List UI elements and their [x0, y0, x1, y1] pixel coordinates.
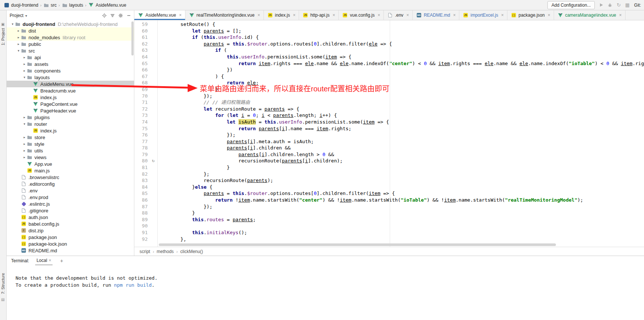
- code-line[interactable]: 61 if (this.userInfo.id) {: [134, 34, 644, 41]
- locate-icon[interactable]: [102, 13, 107, 18]
- line-number[interactable]: 70: [134, 93, 149, 100]
- line-number[interactable]: 61: [134, 34, 149, 41]
- editor-tab[interactable]: { }package.json×: [507, 10, 554, 20]
- code-line[interactable]: 72 let recursionRoute = parents => {: [134, 106, 644, 112]
- horizontal-scrollbar[interactable]: [159, 243, 556, 246]
- chevron-right-icon[interactable]: ▸: [22, 115, 27, 119]
- code-line[interactable]: 79 parents[i].children.length > 0 &&: [134, 151, 644, 158]
- tree-item[interactable]: ▾duoji-frontendD:\zheheWeb\duoji-fronten…: [7, 21, 134, 27]
- chevron-down-icon[interactable]: ▾: [22, 75, 27, 79]
- tree-item[interactable]: .env.prod: [7, 194, 134, 201]
- editor-tab[interactable]: JSimportExcel.js×: [459, 10, 507, 20]
- code-line[interactable]: 71 // // 递归权限路由: [134, 99, 644, 106]
- chevron-right-icon[interactable]: ▸: [22, 149, 27, 152]
- close-icon[interactable]: ×: [179, 13, 182, 18]
- line-number[interactable]: 86: [134, 197, 149, 203]
- structure-toolwindow-icon[interactable]: ▤: [1, 297, 4, 302]
- line-number[interactable]: 74: [134, 119, 149, 125]
- tree-item[interactable]: .gitignore: [7, 207, 134, 214]
- line-number[interactable]: 79: [134, 151, 149, 158]
- tree-item[interactable]: App.vue: [7, 161, 134, 167]
- code-line[interactable]: 86 return !item.name.startsWith("center"…: [134, 197, 644, 203]
- code-area[interactable]: 59 setRoute() {60 let parents = [];61 if…: [134, 20, 644, 247]
- chevron-right-icon[interactable]: ▸: [16, 29, 21, 33]
- breadcrumb-item[interactable]: clickMenu(): [180, 249, 203, 254]
- settings-icon[interactable]: [118, 13, 123, 18]
- code-line[interactable]: 89 this.routes = parents;: [134, 216, 644, 223]
- run-icon[interactable]: [599, 3, 603, 7]
- close-icon[interactable]: ×: [293, 13, 295, 18]
- code-line[interactable]: 87 });: [134, 203, 644, 210]
- tree-item[interactable]: ▾router: [7, 121, 134, 127]
- tree-item[interactable]: MDREADME.md: [7, 247, 134, 254]
- code-line[interactable]: 90: [134, 223, 644, 229]
- tree-item[interactable]: PageHeader.vue: [7, 107, 134, 114]
- line-number[interactable]: 72: [134, 106, 149, 112]
- line-number[interactable]: 59: [134, 21, 149, 28]
- editor-tab[interactable]: realTimeMonitoring\index.vue×: [185, 10, 264, 20]
- close-icon[interactable]: ×: [619, 13, 622, 18]
- code-line[interactable]: 73 for (let i = 0; i < parents.length; i…: [134, 112, 644, 119]
- close-icon[interactable]: ×: [258, 13, 260, 18]
- close-icon[interactable]: ×: [378, 13, 380, 18]
- code-line[interactable]: 62 parents = this.$router.options.routes…: [134, 41, 644, 47]
- chevron-right-icon[interactable]: ▸: [22, 142, 27, 146]
- tree-item[interactable]: ▾layouts: [7, 74, 134, 81]
- tree-item[interactable]: Zdist.zip: [7, 227, 134, 234]
- close-icon[interactable]: ×: [48, 258, 51, 263]
- line-number[interactable]: 91: [134, 229, 149, 236]
- line-number[interactable]: 68: [134, 80, 149, 86]
- chevron-right-icon[interactable]: ▸: [22, 155, 27, 159]
- code-line[interactable]: 78 parents[i].children &&: [134, 145, 644, 151]
- tree-item[interactable]: ▸style: [7, 141, 134, 147]
- terminal-tab-local[interactable]: Local ×: [35, 256, 53, 265]
- breadcrumb-item[interactable]: src: [43, 3, 57, 8]
- code-line[interactable]: 75 return parents[i].name === item.right…: [134, 125, 644, 132]
- tree-item[interactable]: Breadcrumb.vue: [7, 87, 134, 94]
- tree-scrollbar[interactable]: [131, 21, 134, 55]
- line-number[interactable]: 69: [134, 86, 149, 93]
- code-line[interactable]: 68 return ele;: [134, 80, 644, 86]
- line-number[interactable]: 62: [134, 41, 149, 47]
- project-toolwindow-button[interactable]: 1: Project: [1, 28, 5, 45]
- code-line[interactable]: 80↻ recursionRoute(parents[i].children);: [134, 158, 644, 164]
- code-line[interactable]: 64 this.userInfo.permissionList.some(ite…: [134, 54, 644, 60]
- structure-toolwindow-button[interactable]: 7: Structure: [1, 273, 5, 294]
- editor-tab[interactable]: JShttp-api.js×: [299, 10, 339, 20]
- editor-tab[interactable]: JSindex.js×: [264, 10, 299, 20]
- code-line[interactable]: 74 let isAuth = this.userInfo.permission…: [134, 119, 644, 125]
- line-number[interactable]: 63: [134, 47, 149, 54]
- close-icon[interactable]: ×: [332, 13, 335, 18]
- line-number[interactable]: 67: [134, 73, 149, 80]
- tree-item[interactable]: JSindex.js: [7, 127, 134, 134]
- tree-item[interactable]: AsideMenu.vue: [7, 81, 134, 87]
- breadcrumb-item[interactable]: duoji-frontend: [3, 3, 39, 8]
- tree-item[interactable]: JSindex.js: [7, 94, 134, 101]
- refresh-icon[interactable]: ↻: [617, 2, 621, 8]
- line-number[interactable]: 81: [134, 164, 149, 171]
- tree-item[interactable]: ▸api: [7, 54, 134, 61]
- tree-item[interactable]: JSmain.js: [7, 167, 134, 174]
- code-line[interactable]: 88 }: [134, 210, 644, 216]
- tree-item[interactable]: ▸utils: [7, 147, 134, 154]
- project-toolwindow-icon[interactable]: ▣: [1, 22, 4, 26]
- line-number[interactable]: 76: [134, 132, 149, 138]
- tree-item[interactable]: ▸plugins: [7, 114, 134, 121]
- code-line[interactable]: 91 this.initialKeys();: [134, 229, 644, 236]
- tree-item[interactable]: ▸assets: [7, 61, 134, 67]
- code-line[interactable]: 84 }else {: [134, 184, 644, 191]
- tree-item[interactable]: .eslintrc.js: [7, 201, 134, 207]
- code-line[interactable]: 85 parents = this.$router.options.routes…: [134, 190, 644, 197]
- line-number[interactable]: 85: [134, 190, 149, 197]
- tree-item[interactable]: ▸components: [7, 67, 134, 74]
- code-line[interactable]: 67 ) {: [134, 73, 644, 80]
- chevron-right-icon[interactable]: ▸: [16, 42, 21, 46]
- line-number[interactable]: 87: [134, 203, 149, 210]
- git-label[interactable]: Git:: [634, 3, 641, 8]
- terminal-output[interactable]: Note that the development build is not o…: [7, 266, 644, 320]
- line-number[interactable]: 73: [134, 112, 149, 119]
- tree-item[interactable]: { }package-lock.json: [7, 240, 134, 247]
- line-number[interactable]: 88: [134, 210, 149, 216]
- code-line[interactable]: 77 parents[i].meta.auth = isAuth;: [134, 138, 644, 145]
- code-line[interactable]: 83 recursionRoute(parents);: [134, 177, 644, 184]
